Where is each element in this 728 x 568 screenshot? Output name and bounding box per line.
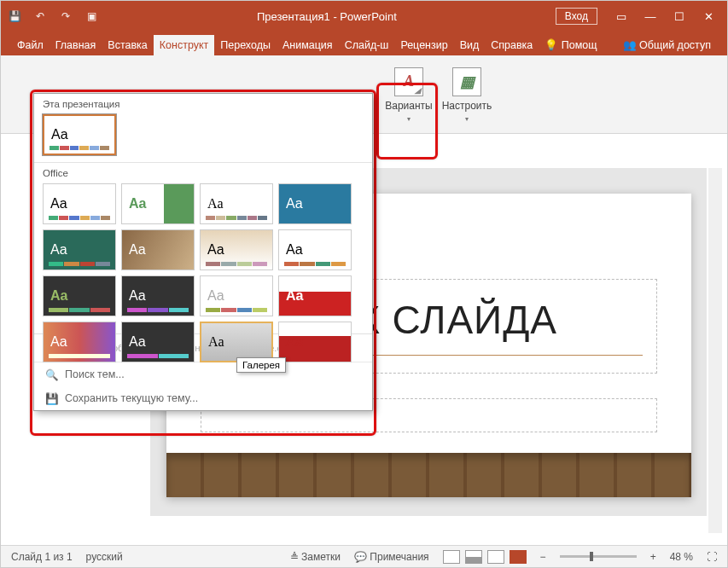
configure-label: Настроить bbox=[442, 100, 492, 112]
window-title: Презентация1 - PowerPoint bbox=[98, 10, 556, 23]
theme-thumb[interactable]: Aa bbox=[278, 183, 352, 224]
zoom-level[interactable]: 48 % bbox=[670, 551, 693, 563]
slideshow-view-icon[interactable] bbox=[510, 550, 527, 564]
theme-thumb[interactable]: Aa bbox=[121, 322, 195, 362]
chevron-down-icon: ▾ bbox=[465, 115, 469, 123]
theme-thumb[interactable]: Aa bbox=[278, 322, 352, 362]
view-buttons bbox=[443, 550, 527, 564]
section-this-presentation: Эта презентация bbox=[34, 94, 372, 111]
theme-thumb-current[interactable]: Aa bbox=[43, 114, 116, 155]
save-theme-item[interactable]: 💾 Сохранить текущую тему... bbox=[34, 386, 372, 410]
section-office: Office bbox=[34, 162, 372, 180]
variants-icon: A◢ bbox=[394, 67, 423, 96]
language-indicator[interactable]: русский bbox=[86, 551, 123, 563]
tab-animations[interactable]: Анимация bbox=[277, 35, 339, 55]
zoom-slider[interactable] bbox=[560, 555, 637, 558]
themes-gallery-panel: Эта презентация Aa Office Aa Aa Aa Aa Aa… bbox=[33, 93, 373, 411]
normal-view-icon[interactable] bbox=[443, 550, 460, 564]
minimize-icon[interactable]: — bbox=[638, 7, 662, 26]
tab-view[interactable]: Вид bbox=[454, 35, 486, 55]
variants-button[interactable]: A◢ Варианты ▾ bbox=[380, 57, 438, 132]
theme-thumb[interactable]: Aa bbox=[200, 183, 273, 224]
theme-thumb[interactable]: Aa bbox=[278, 229, 352, 270]
maximize-icon[interactable]: ☐ bbox=[667, 7, 691, 26]
tab-insert[interactable]: Вставка bbox=[102, 35, 153, 55]
variants-label: Варианты bbox=[385, 100, 432, 112]
title-bar: 💾 ↶ ↷ ▣ Презентация1 - PowerPoint Вход ▭… bbox=[1, 1, 727, 32]
signin-button[interactable]: Вход bbox=[556, 8, 597, 25]
search-themes-item[interactable]: 🔍 Поиск тем... bbox=[34, 362, 372, 386]
theme-thumb[interactable]: Aa bbox=[200, 275, 273, 316]
theme-thumb[interactable]: Aa bbox=[43, 275, 116, 316]
theme-thumb[interactable]: Aa bbox=[200, 229, 273, 270]
save-icon[interactable]: 💾 bbox=[8, 9, 21, 23]
tell-me[interactable]: 💡 Помощ bbox=[539, 34, 603, 55]
ribbon-options-icon[interactable]: ▭ bbox=[609, 7, 633, 26]
start-show-icon[interactable]: ▣ bbox=[84, 9, 98, 23]
search-icon: 🔍 bbox=[46, 368, 58, 380]
theme-thumb[interactable]: Aa bbox=[43, 322, 116, 362]
reading-view-icon[interactable] bbox=[487, 550, 504, 564]
theme-tooltip: Галерея bbox=[236, 357, 286, 373]
configure-button[interactable]: ▦ Настроить ▾ bbox=[438, 57, 496, 132]
tab-help[interactable]: Справка bbox=[485, 35, 539, 55]
configure-icon: ▦ bbox=[452, 67, 481, 96]
fit-slide-icon[interactable]: ⛶ bbox=[707, 551, 717, 563]
theme-thumb-hover[interactable]: Aa bbox=[200, 322, 273, 362]
slide-counter[interactable]: Слайд 1 из 1 bbox=[11, 551, 73, 563]
tab-file[interactable]: Файл bbox=[11, 35, 50, 55]
tab-transitions[interactable]: Переходы bbox=[214, 35, 277, 55]
tab-design[interactable]: Конструкт bbox=[154, 35, 215, 55]
theme-thumb[interactable]: Aa bbox=[43, 183, 116, 224]
notes-button[interactable]: ≜ Заметки bbox=[290, 551, 341, 563]
comments-button[interactable]: 💬 Примечания bbox=[354, 551, 429, 563]
save-theme-icon: 💾 bbox=[46, 392, 58, 404]
share-button[interactable]: 👥 Общий доступ bbox=[617, 34, 717, 55]
chevron-down-icon: ▾ bbox=[407, 115, 411, 123]
quick-access-toolbar: 💾 ↶ ↷ ▣ bbox=[8, 9, 98, 23]
theme-thumb[interactable]: Aa bbox=[121, 229, 195, 270]
redo-icon[interactable]: ↷ bbox=[59, 9, 73, 23]
vertical-scrollbar[interactable] bbox=[708, 168, 722, 533]
tab-slideshow[interactable]: Слайд-ш bbox=[339, 35, 395, 55]
theme-thumb[interactable]: Aa bbox=[278, 275, 352, 316]
theme-thumb[interactable]: Aa bbox=[121, 275, 195, 316]
sorter-view-icon[interactable] bbox=[465, 550, 482, 564]
zoom-in-icon[interactable]: + bbox=[650, 551, 656, 563]
ribbon-tabs: Файл Главная Вставка Конструкт Переходы … bbox=[1, 32, 727, 55]
tab-review[interactable]: Рецензир bbox=[394, 35, 453, 55]
undo-icon[interactable]: ↶ bbox=[33, 9, 47, 23]
theme-thumb[interactable]: Aa bbox=[121, 183, 195, 224]
tab-home[interactable]: Главная bbox=[50, 35, 102, 55]
status-bar: Слайд 1 из 1 русский ≜ Заметки 💬 Примеча… bbox=[1, 545, 727, 567]
theme-thumb[interactable]: Aa bbox=[43, 229, 116, 270]
zoom-out-icon[interactable]: − bbox=[540, 551, 546, 563]
close-icon[interactable]: ✕ bbox=[696, 7, 720, 26]
slide-floor-decor bbox=[166, 453, 691, 497]
